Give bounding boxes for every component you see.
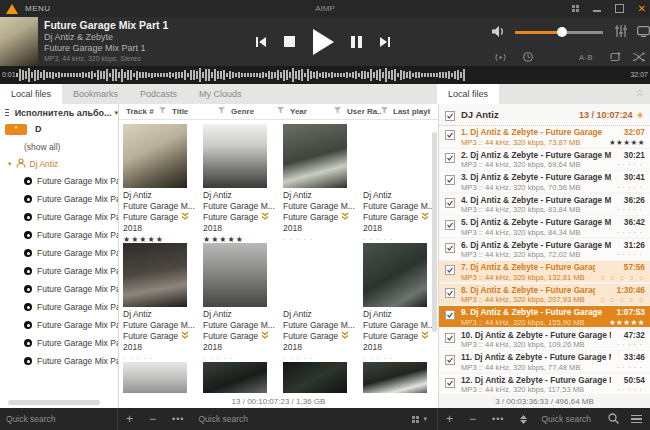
column-header[interactable]: User Ra...: [344, 107, 390, 116]
radio-icon[interactable]: [494, 48, 507, 66]
repeat-icon[interactable]: [609, 48, 621, 66]
track-checkbox[interactable]: [445, 288, 455, 298]
favorites-star-icon[interactable]: ☆: [635, 87, 644, 98]
pause-button[interactable]: [351, 36, 362, 48]
chevron-double-down-icon[interactable]: [421, 331, 429, 342]
grid-remove-button[interactable]: −: [141, 413, 164, 425]
track-checkbox[interactable]: [445, 310, 455, 320]
column-header[interactable]: Track #: [123, 107, 169, 116]
column-header[interactable]: Year: [287, 107, 344, 116]
track-row-rating[interactable]: ·····: [617, 205, 645, 215]
track-row-rating[interactable]: ·····: [617, 183, 645, 193]
sort-button[interactable]: [512, 415, 535, 424]
artist-tree-item[interactable]: ▾ Dj Antiz: [0, 156, 118, 172]
album-grid-cell[interactable]: Dj AntizFuture Garage M...Future Garage2…: [123, 243, 195, 364]
stop-button[interactable]: [284, 36, 295, 47]
album-grid-cell[interactable]: Dj AntizFuture Garage M...Future Garage2…: [283, 243, 355, 364]
tree-mode-label[interactable]: Исполнитель альбо...: [15, 108, 112, 118]
chevron-double-down-icon[interactable]: [341, 212, 349, 223]
filter-funnel-icon[interactable]: [218, 107, 225, 116]
playlist-tab[interactable]: Local files: [437, 84, 499, 104]
track-checkbox[interactable]: [445, 153, 455, 163]
minimize-button[interactable]: [593, 10, 601, 12]
tab[interactable]: My Clouds: [188, 84, 253, 104]
track-row-rating[interactable]: ○ ○ ○ ○ ○: [601, 273, 646, 283]
volume-knob[interactable]: [557, 27, 567, 37]
track-checkbox[interactable]: [445, 355, 455, 365]
album-tree-item[interactable]: Future Garage Mix Part: [0, 190, 118, 208]
maximize-button[interactable]: [615, 4, 624, 13]
album-grid-cell[interactable]: Dj AntizFuture Garage M...Future Garage2…: [363, 243, 435, 364]
tab[interactable]: Local files: [0, 84, 62, 104]
album-grid-cell[interactable]: Dj AntizFuture Garage M...Future Garage2…: [363, 124, 435, 245]
waveform-seekbar[interactable]: 0:01 32:07: [0, 66, 650, 84]
filter-funnel-icon[interactable]: [381, 107, 387, 116]
album-grid-cell[interactable]: [363, 362, 435, 393]
track-checkbox[interactable]: [445, 378, 455, 388]
track-row-rating[interactable]: ·····: [617, 250, 645, 260]
playlist-track-row[interactable]: 10. Dj Antiz & Zebyte - Future Garage Mi…: [439, 329, 650, 350]
album-tree-item[interactable]: Future Garage Mix Part: [0, 334, 118, 352]
display-icon[interactable]: [637, 23, 650, 41]
playlist-menu-icon[interactable]: [631, 415, 642, 424]
column-header[interactable]: Last playback: [390, 107, 438, 116]
playlist-track-row[interactable]: 4. Dj Antiz & Zebyte - Future Garage Mix…: [439, 194, 650, 215]
album-tree-item[interactable]: Future Garage Mix Part: [0, 298, 118, 316]
playlist-track-row[interactable]: 3. Dj Antiz & Zebyte - Future Garage Mix…: [439, 171, 650, 192]
playlist-group-header[interactable]: DJ Antiz 13 / 10:07:24 ∗: [439, 104, 650, 126]
track-row-rating[interactable]: ·····: [617, 160, 645, 170]
next-button[interactable]: [379, 36, 391, 48]
grid-quick-search-input[interactable]: Quick search: [192, 414, 248, 424]
grid-more-button[interactable]: •••: [164, 415, 192, 424]
chevron-down-icon[interactable]: ▾: [114, 109, 118, 117]
album-grid-cell[interactable]: [123, 362, 195, 393]
album-grid-cell[interactable]: Dj AntizFuture Garage M...Future Garage2…: [203, 243, 275, 364]
tree-menu-icon[interactable]: [5, 109, 9, 117]
equalizer-icon[interactable]: [615, 23, 627, 41]
playlist-track-row[interactable]: 7. Dj Antiz & Zebyte - Future Garage Mix…: [439, 261, 650, 282]
album-cover[interactable]: [283, 362, 347, 393]
album-cover[interactable]: [363, 362, 427, 393]
album-cover[interactable]: [283, 243, 347, 307]
album-grid-cell[interactable]: Dj AntizFuture Garage M...Future Garage2…: [123, 124, 195, 245]
close-button[interactable]: ✕: [638, 4, 646, 14]
column-header[interactable]: Genre: [228, 107, 287, 116]
album-cover[interactable]: [203, 243, 267, 307]
filter-funnel-icon[interactable]: [159, 107, 166, 116]
album-grid-cell[interactable]: Dj AntizFuture Garage M...Future Garage2…: [203, 124, 275, 245]
album-grid-cell[interactable]: [283, 362, 355, 393]
waveform[interactable]: [16, 66, 628, 84]
mini-player-icon[interactable]: [572, 5, 579, 12]
track-checkbox[interactable]: [445, 198, 455, 208]
column-header[interactable]: Title: [169, 107, 228, 116]
track-row-rating[interactable]: ·····: [617, 363, 645, 373]
shuffle-icon[interactable]: [633, 48, 645, 66]
album-cover[interactable]: [123, 362, 187, 393]
tab[interactable]: Podcasts: [129, 84, 188, 104]
play-button[interactable]: [312, 29, 334, 55]
tree-quick-search-input[interactable]: Quick search: [0, 414, 117, 424]
playlist-track-row[interactable]: 11. Dj Antiz & Zebyte - Future Garage Mi…: [439, 351, 650, 372]
chevron-double-down-icon[interactable]: [181, 212, 189, 223]
grid-scrollbar[interactable]: [432, 132, 437, 332]
playlist-track-row[interactable]: 8. Dj Antiz & Zebyte - Future Garage Mix…: [439, 284, 650, 305]
album-cover[interactable]: [203, 124, 267, 188]
volume-slider[interactable]: [515, 31, 603, 34]
chevron-double-down-icon[interactable]: [261, 331, 269, 342]
album-tree-item[interactable]: Future Garage Mix Part: [0, 208, 118, 226]
playlist-track-row[interactable]: 6. Dj Antiz & Zebyte - Future Garage Mix…: [439, 239, 650, 260]
playlist-track-row[interactable]: 1. Dj Antiz & Zebyte - Future Garage Mix…: [439, 126, 650, 147]
chevron-double-down-icon[interactable]: [181, 331, 189, 342]
collapse-group-icon[interactable]: ∗: [636, 110, 644, 120]
playlist-track-row[interactable]: 2. Dj Antiz & Zebyte - Future Garage Mix…: [439, 149, 650, 170]
album-tree-item[interactable]: Future Garage Mix Part: [0, 352, 118, 370]
album-tree-item[interactable]: Future Garage Mix Part: [0, 226, 118, 244]
album-cover[interactable]: [363, 124, 427, 188]
album-cover[interactable]: [363, 243, 427, 307]
track-checkbox[interactable]: [445, 333, 455, 343]
album-cover[interactable]: [203, 362, 267, 393]
album-cover[interactable]: [283, 124, 347, 188]
sleep-timer-icon[interactable]: [523, 48, 533, 66]
playlist-remove-button[interactable]: −: [461, 413, 484, 425]
ab-repeat-button[interactable]: A-B: [579, 53, 593, 62]
